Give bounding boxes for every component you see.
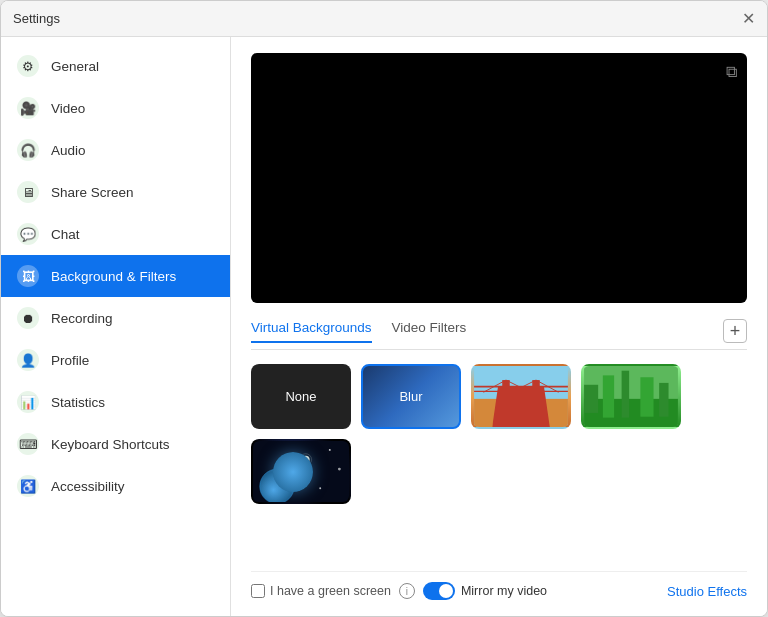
statistics-icon: 📊 — [17, 391, 39, 413]
svg-rect-17 — [640, 377, 653, 416]
sidebar-item-label-accessibility: Accessibility — [51, 479, 125, 494]
green-screen-wrap: I have a green screen — [251, 584, 391, 598]
share-screen-icon: 🖥 — [17, 181, 39, 203]
svg-rect-4 — [502, 380, 510, 413]
footer-left: I have a green screen i Mirror my video — [251, 582, 547, 600]
sidebar-item-keyboard-shortcuts[interactable]: ⌨Keyboard Shortcuts — [1, 423, 230, 465]
general-icon: ⚙ — [17, 55, 39, 77]
sidebar-item-accessibility[interactable]: ♿Accessibility — [1, 465, 230, 507]
svg-rect-15 — [603, 375, 614, 417]
accessibility-icon: ♿ — [17, 475, 39, 497]
svg-rect-3 — [474, 399, 568, 427]
green-screen-label: I have a green screen — [270, 584, 391, 598]
sidebar-item-label-statistics: Statistics — [51, 395, 105, 410]
sidebar-item-label-keyboard-shortcuts: Keyboard Shortcuts — [51, 437, 170, 452]
recording-icon: ⏺ — [17, 307, 39, 329]
video-preview: ⧉ — [251, 53, 747, 303]
sidebar-item-label-video: Video — [51, 101, 85, 116]
backgrounds-grid: None Blur — [251, 364, 747, 504]
sidebar-item-label-profile: Profile — [51, 353, 89, 368]
background-none-label: None — [285, 389, 316, 404]
fullscreen-icon[interactable]: ⧉ — [726, 63, 737, 81]
background-space[interactable] — [251, 439, 351, 504]
svg-rect-5 — [532, 380, 540, 413]
sidebar-item-profile[interactable]: 👤Profile — [1, 339, 230, 381]
background-grass[interactable] — [581, 364, 681, 429]
keyboard-shortcuts-icon: ⌨ — [17, 433, 39, 455]
studio-effects-button[interactable]: Studio Effects — [667, 584, 747, 599]
sidebar-item-label-audio: Audio — [51, 143, 86, 158]
sidebar-item-statistics[interactable]: 📊Statistics — [1, 381, 230, 423]
background-bridge[interactable] — [471, 364, 571, 429]
footer-bar: I have a green screen i Mirror my video … — [251, 571, 747, 600]
settings-window: Settings ✕ ⚙General🎥Video🎧Audio🖥Share Sc… — [0, 0, 768, 617]
tabs-row: Virtual Backgrounds Video Filters + — [251, 319, 747, 350]
audio-icon: 🎧 — [17, 139, 39, 161]
chat-icon: 💬 — [17, 223, 39, 245]
video-icon: 🎥 — [17, 97, 39, 119]
tabs: Virtual Backgrounds Video Filters — [251, 320, 466, 343]
main-content: ⧉ Virtual Backgrounds Video Filters + No… — [231, 37, 767, 616]
close-button[interactable]: ✕ — [742, 11, 755, 27]
mirror-video-label: Mirror my video — [461, 584, 547, 598]
sidebar-item-audio[interactable]: 🎧Audio — [1, 129, 230, 171]
sidebar-item-label-share-screen: Share Screen — [51, 185, 134, 200]
add-background-button[interactable]: + — [723, 319, 747, 343]
background-blur[interactable]: Blur — [361, 364, 461, 429]
tab-virtual-backgrounds[interactable]: Virtual Backgrounds — [251, 320, 372, 343]
sidebar-item-general[interactable]: ⚙General — [1, 45, 230, 87]
background-filters-icon: 🖼 — [17, 265, 39, 287]
sidebar-item-recording[interactable]: ⏺Recording — [1, 297, 230, 339]
sidebar-item-label-general: General — [51, 59, 99, 74]
sidebar-item-label-chat: Chat — [51, 227, 80, 242]
background-none[interactable]: None — [251, 364, 351, 429]
sidebar-item-chat[interactable]: 💬Chat — [1, 213, 230, 255]
sidebar-item-background-filters[interactable]: 🖼Background & Filters — [1, 255, 230, 297]
sidebar-item-video[interactable]: 🎥Video — [1, 87, 230, 129]
window-title: Settings — [13, 11, 60, 26]
svg-rect-16 — [622, 371, 630, 418]
mirror-video-wrap: Mirror my video — [423, 582, 547, 600]
sidebar: ⚙General🎥Video🎧Audio🖥Share Screen💬Chat🖼B… — [1, 37, 231, 616]
svg-point-25 — [338, 468, 341, 471]
green-screen-checkbox[interactable] — [251, 584, 265, 598]
svg-rect-18 — [659, 383, 668, 417]
sidebar-item-label-recording: Recording — [51, 311, 113, 326]
titlebar: Settings ✕ — [1, 1, 767, 37]
tab-video-filters[interactable]: Video Filters — [392, 320, 467, 343]
svg-rect-14 — [584, 385, 598, 413]
mirror-video-toggle[interactable] — [423, 582, 455, 600]
svg-point-22 — [302, 456, 310, 464]
sidebar-item-share-screen[interactable]: 🖥Share Screen — [1, 171, 230, 213]
green-screen-info-icon[interactable]: i — [399, 583, 415, 599]
profile-icon: 👤 — [17, 349, 39, 371]
content-area: ⚙General🎥Video🎧Audio🖥Share Screen💬Chat🖼B… — [1, 37, 767, 616]
sidebar-item-label-background-filters: Background & Filters — [51, 269, 176, 284]
svg-point-26 — [319, 487, 321, 489]
svg-point-24 — [329, 449, 331, 451]
background-blur-label: Blur — [399, 389, 422, 404]
